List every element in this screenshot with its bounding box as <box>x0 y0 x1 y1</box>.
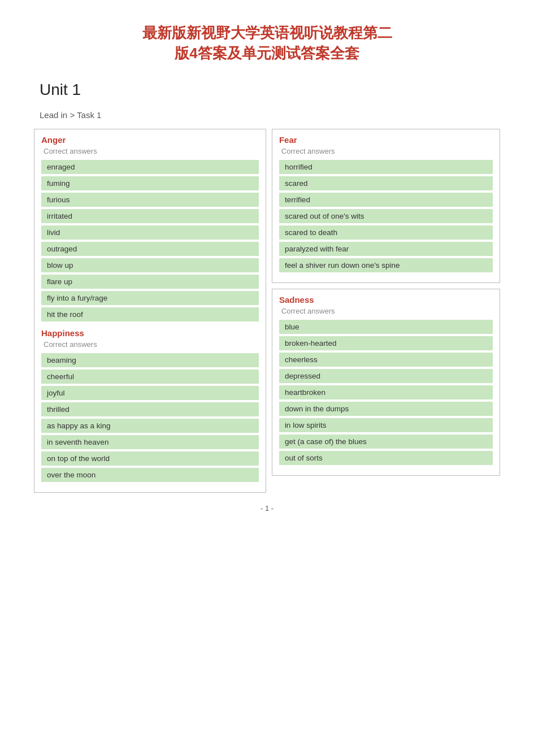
anger-title: Anger <box>41 135 259 145</box>
list-item: blue <box>279 320 493 334</box>
list-item: blow up <box>41 258 259 272</box>
list-item: over the moon <box>41 468 259 482</box>
list-item: out of sorts <box>279 451 493 465</box>
happiness-correct-label: Correct answers <box>41 340 259 349</box>
list-item: paralyzed with fear <box>279 242 493 256</box>
list-item: on top of the world <box>41 451 259 466</box>
sadness-title: Sadness <box>279 295 493 305</box>
unit-title: Unit 1 <box>40 81 500 99</box>
lead-in: Lead in > Task 1 <box>40 110 500 120</box>
list-item: cheerful <box>41 370 259 384</box>
list-item: broken-hearted <box>279 336 493 350</box>
list-item: furious <box>41 193 259 207</box>
fear-correct-label: Correct answers <box>279 147 493 155</box>
list-item: horrified <box>279 160 493 174</box>
main-title: 最新版新视野大学英语视听说教程第二 版4答案及单元测试答案全套 <box>34 23 500 64</box>
list-item: flare up <box>41 275 259 289</box>
list-item: fuming <box>41 176 259 190</box>
list-item: hit the roof <box>41 307 259 321</box>
fear-items: horrified scared terrified scared out of… <box>279 160 493 272</box>
happiness-title: Happiness <box>41 328 259 338</box>
list-item: thrilled <box>41 402 259 416</box>
page: 最新版新视野大学英语视听说教程第二 版4答案及单元测试答案全套 Unit 1 L… <box>0 0 534 756</box>
list-item: in seventh heaven <box>41 435 259 449</box>
fear-section: Fear Correct answers horrified scared te… <box>272 129 500 283</box>
list-item: feel a shiver run down one's spine <box>279 258 493 272</box>
left-column: Anger Correct answers enraged fuming fur… <box>34 129 266 493</box>
fear-title: Fear <box>279 135 493 145</box>
page-number: - 1 - <box>34 504 500 512</box>
list-item: enraged <box>41 160 259 174</box>
anger-items: enraged fuming furious irritated livid o… <box>41 160 259 321</box>
list-item: outraged <box>41 242 259 256</box>
list-item: scared <box>279 176 493 190</box>
list-item: joyful <box>41 386 259 400</box>
happiness-items: beaming cheerful joyful thrilled as happ… <box>41 353 259 482</box>
list-item: as happy as a king <box>41 419 259 433</box>
list-item: fly into a fury/rage <box>41 291 259 305</box>
right-column: Fear Correct answers horrified scared te… <box>272 129 500 481</box>
list-item: heartbroken <box>279 385 493 399</box>
list-item: scared to death <box>279 225 493 240</box>
sadness-correct-label: Correct answers <box>279 307 493 315</box>
main-columns: Anger Correct answers enraged fuming fur… <box>34 129 500 493</box>
list-item: beaming <box>41 353 259 367</box>
anger-correct-label: Correct answers <box>41 147 259 155</box>
list-item: livid <box>41 225 259 240</box>
sadness-section: Sadness Correct answers blue broken-hear… <box>272 289 500 476</box>
list-item: down in the dumps <box>279 402 493 416</box>
list-item: get (a case of) the blues <box>279 435 493 449</box>
list-item: scared out of one's wits <box>279 209 493 223</box>
list-item: irritated <box>41 209 259 223</box>
list-item: terrified <box>279 193 493 207</box>
sadness-items: blue broken-hearted cheerless depressed … <box>279 320 493 465</box>
list-item: depressed <box>279 369 493 383</box>
list-item: in low spirits <box>279 418 493 432</box>
list-item: cheerless <box>279 353 493 367</box>
